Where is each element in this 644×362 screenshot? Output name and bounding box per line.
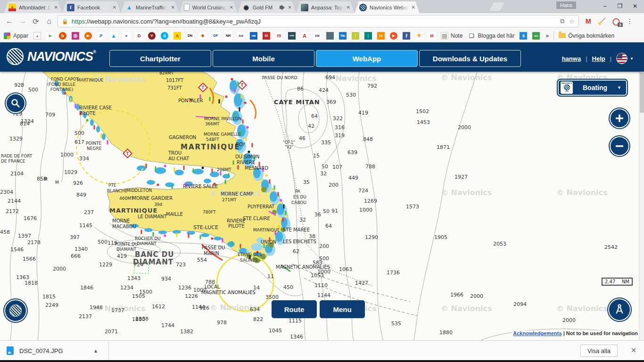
new-tab-button[interactable]	[490, 2, 504, 11]
language-flag-icon[interactable]	[616, 53, 627, 64]
language-caret-icon[interactable]: ▼	[630, 57, 634, 61]
maximize-button[interactable]: ❐	[613, 1, 627, 11]
play2-icon[interactable]: ▶	[390, 32, 397, 40]
gmn-icon[interactable]: GMN	[288, 32, 296, 40]
instagram-icon[interactable]: ◎	[72, 32, 79, 40]
browser-tab[interactable]: Anpassa: Toga i Vä✕	[296, 1, 355, 13]
nav-mobile[interactable]: Mobile	[213, 50, 314, 67]
svg-text:822: 822	[253, 316, 263, 322]
browser-tab[interactable]: ◉Gold FM✕	[238, 1, 296, 13]
tab-close-icon[interactable]: ✕	[228, 4, 235, 10]
plus-icon	[615, 114, 624, 123]
bookmark-blog[interactable]: Blogga det här	[478, 33, 514, 39]
user-link[interactable]: hanwa	[562, 55, 581, 62]
blog-doc-icon[interactable]: ❏	[468, 32, 475, 40]
nav-webapp[interactable]: WebApp	[316, 50, 418, 67]
gmail-icon[interactable]: M	[428, 32, 436, 40]
bird-icon[interactable]: ❖	[199, 32, 206, 40]
nav-downloads-updates[interactable]: Downloads & Updates	[419, 50, 521, 67]
gmail-extension-icon[interactable]: M	[586, 17, 591, 25]
tab-close-icon[interactable]: ✕	[111, 4, 118, 10]
browser-tab[interactable]: ▲MarineTraffic: Glob✕	[121, 1, 179, 13]
zoom-in-button[interactable]	[610, 108, 629, 128]
facebook-icon[interactable]: f	[403, 32, 410, 40]
other-bookmarks[interactable]: Övriga bokmärken	[568, 33, 614, 39]
svd-icon[interactable]: SvD	[237, 32, 245, 40]
skype-icon[interactable]: S	[161, 32, 168, 40]
navionics-logo[interactable]: NAVIONICS®	[7, 48, 96, 65]
chart-map[interactable]: TTT © Navionics© Navionics© Navionics© N…	[0, 72, 639, 340]
translate-icon[interactable]: ⧉	[560, 17, 564, 25]
bookmark-star-icon[interactable]: ☆	[569, 18, 575, 25]
nav-chartplotter[interactable]: Chartplotter	[109, 50, 211, 67]
chart-mode-dropdown[interactable]: NAVIONICS≈≈≈ Boating ▼	[558, 80, 627, 96]
ha-icon[interactable]: Ha	[339, 32, 347, 40]
apps-label[interactable]: Appar	[13, 33, 28, 39]
browser-tab[interactable]: Navionics Webapp✕	[355, 1, 420, 13]
tab-close-icon[interactable]: ✕	[170, 4, 176, 10]
bookmark-note[interactable]: Note	[451, 33, 462, 39]
gp-icon[interactable]: GP	[212, 32, 219, 40]
reload-icon[interactable]: ⟳	[29, 17, 42, 26]
help-link[interactable]: Help	[592, 55, 605, 62]
play-icon[interactable]: ▶	[84, 32, 92, 40]
m-red-icon[interactable]: m	[275, 32, 283, 40]
bookmarks-overflow-chevron[interactable]: »	[545, 33, 549, 39]
navionics-locate-button[interactable]	[4, 299, 27, 322]
browser-tab[interactable]: fFacebook✕	[62, 1, 121, 13]
apps-grid-icon[interactable]	[4, 33, 10, 39]
photo-icon[interactable]	[326, 32, 334, 40]
window-profile-badge[interactable]: Hans	[556, 1, 576, 9]
forward-icon[interactable]: →	[16, 17, 29, 25]
hn-icon[interactable]: HN	[250, 32, 257, 40]
nh-icon[interactable]: NH	[224, 32, 232, 40]
scrollbar-thumb[interactable]	[640, 73, 644, 113]
tab-close-icon[interactable]: ✕	[345, 4, 352, 10]
note-icon[interactable]: ▤	[441, 32, 448, 40]
di-icon[interactable]: Di	[263, 32, 270, 40]
browser-tab[interactable]: AAftonbladet: De se✕	[4, 1, 62, 13]
broom-extension-icon[interactable]: 🧹	[598, 17, 606, 25]
browser-tab[interactable]: World Cruising Clu✕	[179, 1, 238, 13]
dots-teal-icon[interactable]: :	[364, 32, 372, 40]
back-icon[interactable]: ←	[3, 17, 16, 25]
tab-audio-icon[interactable]	[280, 6, 282, 9]
dots-lime-icon[interactable]: :	[352, 32, 359, 40]
measure-distance-button[interactable]	[608, 298, 631, 321]
em-icon[interactable]: EM	[314, 32, 321, 40]
tv-icon[interactable]: tv	[377, 32, 385, 40]
v-circle-icon[interactable]: V	[148, 32, 156, 40]
tab-close-icon[interactable]: ✕	[53, 4, 59, 10]
download-item[interactable]: DSC_0074.JPG ▲	[7, 344, 98, 358]
squirrel-icon[interactable]: ●	[123, 32, 130, 40]
ship-icon[interactable]: ▲	[110, 32, 117, 40]
close-download-bar-icon[interactable]: ✕	[631, 346, 636, 354]
close-window-button[interactable]: ✕	[628, 1, 642, 11]
search-button[interactable]	[6, 93, 25, 113]
d-serif-icon[interactable]: D	[135, 32, 143, 40]
wrc-icon[interactable]: wrc	[532, 32, 540, 40]
blocker-extension-icon[interactable]: ◯3	[612, 17, 620, 25]
chrome-menu-icon[interactable]: ⋮	[627, 17, 633, 25]
b-icon[interactable]: b	[59, 32, 66, 40]
p-script-icon[interactable]: P	[97, 32, 105, 40]
address-bar[interactable]: 🔒 https://webapp.navionics.com/?lang=en#…	[58, 15, 579, 27]
dn-icon[interactable]: DN	[186, 32, 194, 40]
tab-close-icon[interactable]: ✕	[410, 4, 417, 10]
tab-close-icon[interactable]: ✕	[287, 4, 293, 10]
five-icon[interactable]: 5	[520, 32, 527, 40]
menu-button[interactable]: Menu	[320, 300, 365, 318]
page-scrollbar[interactable]	[639, 72, 644, 340]
route-button[interactable]: Route	[272, 300, 317, 318]
a-red-icon[interactable]: A	[301, 32, 308, 40]
plane-icon[interactable]: ➤	[46, 32, 54, 40]
aftonbladet-icon[interactable]: A	[173, 32, 181, 40]
sun-icon[interactable]: ☀	[415, 32, 423, 40]
zoom-out-button[interactable]	[610, 136, 629, 156]
minimize-button[interactable]: –	[598, 1, 612, 11]
frame-icon[interactable]: ▲	[33, 32, 41, 40]
show-all-downloads-button[interactable]: Visa alla	[580, 345, 618, 357]
chevron-up-icon[interactable]: ▲	[93, 348, 99, 354]
acknowledgements-link[interactable]: Acknowledgements	[513, 330, 561, 336]
home-icon[interactable]: ⌂	[42, 17, 56, 25]
